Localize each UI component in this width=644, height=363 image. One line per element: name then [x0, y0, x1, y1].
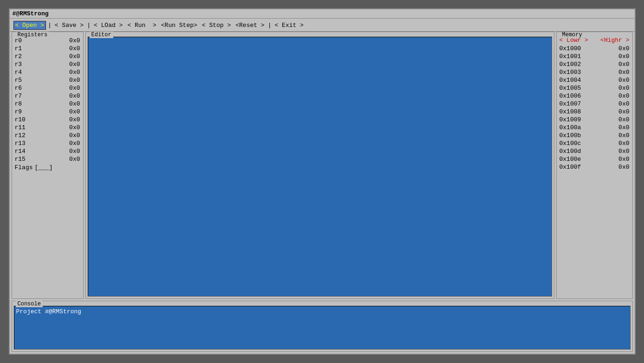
register-name: r7: [15, 92, 31, 99]
memory-addr: 0x1002: [559, 61, 581, 68]
menu-sep3: |: [268, 22, 272, 29]
register-name: r8: [15, 100, 31, 107]
register-row: r140x0: [15, 147, 80, 155]
register-name: r11: [15, 124, 31, 131]
register-row: r30x0: [15, 60, 80, 68]
register-value: 0x0: [69, 156, 80, 163]
flags-row: Flags [___]: [15, 164, 80, 171]
register-row: r110x0: [15, 124, 80, 132]
memory-row: 0x10050x0: [559, 84, 630, 92]
main-content: Registers r00x0r10x0r20x0r30x0r40x0r50x0…: [12, 32, 633, 352]
register-row: r150x0: [15, 155, 80, 163]
menu-load[interactable]: < LOad >: [92, 21, 124, 29]
memory-addr: 0x100d: [559, 148, 581, 155]
memory-val: 0x0: [618, 132, 629, 139]
memory-val: 0x0: [618, 156, 629, 163]
register-value: 0x0: [69, 132, 80, 139]
memory-val: 0x0: [618, 61, 629, 68]
memory-val: 0x0: [618, 140, 629, 147]
memory-row: 0x10010x0: [559, 53, 630, 60]
memory-addr: 0x1005: [559, 85, 581, 92]
register-row: r40x0: [15, 68, 80, 76]
memory-row: 0x100b0x0: [559, 132, 630, 139]
menu-open[interactable]: < Open >: [13, 21, 46, 30]
menu-runstep[interactable]: <Run Step>: [160, 21, 199, 29]
editor-panel: Editor: [85, 32, 554, 299]
memory-val: 0x0: [618, 53, 629, 60]
title-bar: #@RMStrong: [10, 9, 635, 19]
register-name: r4: [15, 69, 31, 76]
menu-bar: < Open > | < Save > | < LOad > < Run > <…: [10, 20, 635, 32]
console-panel: Console Project #@RMStrong: [12, 301, 633, 352]
register-row: r50x0: [15, 76, 80, 84]
flags-value: [___]: [35, 164, 53, 171]
register-value: 0x0: [69, 45, 80, 52]
register-name: r1: [15, 45, 31, 52]
menu-run[interactable]: < Run >: [126, 21, 157, 29]
register-row: r120x0: [15, 132, 80, 139]
menu-sep1: |: [48, 22, 52, 29]
register-row: r70x0: [15, 92, 80, 100]
memory-val: 0x0: [618, 164, 629, 171]
menu-save[interactable]: < Save >: [53, 21, 85, 29]
register-name: r3: [15, 61, 31, 68]
registers-title: Registers: [16, 32, 50, 38]
register-value: 0x0: [69, 53, 80, 60]
registers-list: r00x0r10x0r20x0r30x0r40x0r50x0r60x0r70x0…: [15, 37, 80, 163]
console-text: Project #@RMStrong: [16, 308, 81, 315]
memory-higher-btn[interactable]: <Highr >: [600, 37, 629, 44]
memory-val: 0x0: [618, 116, 629, 123]
register-value: 0x0: [69, 140, 80, 147]
register-row: r100x0: [15, 116, 80, 124]
memory-addr: 0x100c: [559, 140, 581, 147]
memory-row: 0x10020x0: [559, 60, 630, 68]
menu-sep2: |: [87, 22, 91, 29]
register-name: r15: [15, 156, 31, 163]
memory-row: 0x10070x0: [559, 100, 630, 108]
register-value: 0x0: [69, 124, 80, 131]
memory-addr: 0x1008: [559, 108, 581, 115]
register-value: 0x0: [69, 92, 80, 99]
editor-textarea[interactable]: [88, 37, 552, 297]
register-name: r12: [15, 132, 31, 139]
top-row: Registers r00x0r10x0r20x0r30x0r40x0r50x0…: [12, 32, 633, 299]
memory-addr: 0x100b: [559, 132, 581, 139]
memory-panel: Memory < Lowr > <Highr > 0x10000x00x1001…: [556, 32, 633, 299]
register-name: r9: [15, 108, 31, 115]
memory-addr: 0x1004: [559, 77, 581, 84]
memory-row: 0x10080x0: [559, 108, 630, 116]
app-window: #@RMStrong < Open > | < Save > | < LOad …: [9, 8, 636, 355]
memory-row: 0x100d0x0: [559, 147, 630, 155]
memory-row: 0x10060x0: [559, 92, 630, 100]
register-name: r14: [15, 148, 31, 155]
memory-title: Memory: [560, 32, 584, 38]
memory-val: 0x0: [618, 77, 629, 84]
memory-addr: 0x100e: [559, 156, 581, 163]
editor-title: Editor: [90, 32, 113, 38]
menu-exit[interactable]: < Exit >: [273, 21, 305, 29]
memory-addr: 0x1009: [559, 116, 581, 123]
memory-val: 0x0: [618, 100, 629, 107]
flags-label: Flags: [15, 164, 33, 171]
memory-val: 0x0: [618, 85, 629, 92]
register-name: r2: [15, 53, 31, 60]
register-row: r60x0: [15, 84, 80, 92]
register-value: 0x0: [69, 85, 80, 92]
memory-addr: 0x1006: [559, 92, 581, 99]
registers-panel: Registers r00x0r10x0r20x0r30x0r40x0r50x0…: [12, 32, 84, 299]
register-row: r80x0: [15, 100, 80, 108]
register-row: r20x0: [15, 53, 80, 60]
menu-reset[interactable]: <Reset >: [234, 21, 266, 29]
register-row: r90x0: [15, 108, 80, 116]
memory-val: 0x0: [618, 124, 629, 131]
register-value: 0x0: [69, 77, 80, 84]
register-name: r13: [15, 140, 31, 147]
memory-addr: 0x100f: [559, 164, 581, 171]
memory-val: 0x0: [618, 92, 629, 99]
memory-val: 0x0: [618, 69, 629, 76]
menu-stop[interactable]: < Stop >: [201, 21, 232, 29]
memory-val: 0x0: [618, 108, 629, 115]
register-name: r0: [15, 37, 31, 44]
register-row: r10x0: [15, 45, 80, 53]
memory-val: 0x0: [618, 148, 629, 155]
